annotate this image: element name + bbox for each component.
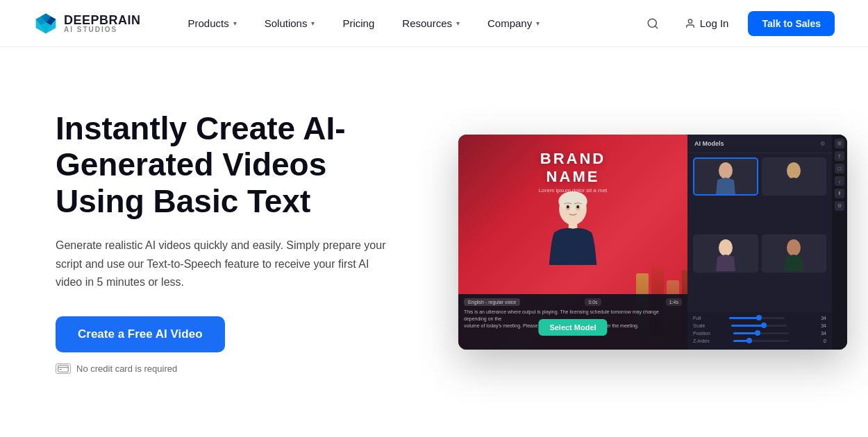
panel-settings-icon: ⚙ (820, 141, 825, 147)
properties-panel: Full 34 Scale 34 Position (687, 312, 832, 350)
talk-to-sales-button[interactable]: Talk to Sales (748, 11, 835, 36)
hero-subtext: Generate realistic AI videos quickly and… (56, 237, 389, 291)
cta-button[interactable]: Create a Free AI Video (56, 316, 225, 352)
toolbar-icon-2[interactable]: T (835, 151, 844, 161)
prop-slider-position[interactable] (733, 332, 789, 334)
toolbar-icon-6[interactable]: ⚙ (835, 201, 844, 211)
svg-point-21 (787, 239, 801, 256)
svg-point-12 (558, 191, 587, 212)
no-credit-card-notice: No credit card is required (56, 363, 417, 374)
video-area: BRAND NAME Lorem ipsum dolor sit a met (458, 135, 687, 350)
prop-row-zindex: Z-Index 0 (693, 339, 826, 343)
svg-rect-8 (58, 366, 69, 372)
select-model-button[interactable]: Select Model (538, 319, 607, 336)
model-card-1[interactable] (693, 157, 758, 196)
logo-sub: AI STUDIOS (64, 26, 141, 33)
nav-links: Products ▾ Solutions ▾ Pricing Resources… (174, 12, 640, 35)
search-icon[interactable] (640, 11, 665, 36)
nav-item-resources[interactable]: Resources ▾ (388, 12, 474, 35)
svg-point-20 (719, 239, 733, 256)
panel-header: AI Models ⚙ (687, 135, 832, 153)
model-face-3 (693, 234, 758, 273)
prop-slider-full[interactable] (729, 317, 785, 319)
nav-right: Log In Talk to Sales (640, 11, 835, 36)
credit-card-icon (56, 363, 71, 374)
model-face-4 (762, 234, 827, 273)
prop-slider-fill-position (733, 332, 758, 334)
product-screenshot: BRAND NAME Lorem ipsum dolor sit a met (458, 135, 847, 350)
prop-slider-fill-scale (731, 325, 765, 327)
hero-section: Instantly Create AI-Generated Videos Usi… (0, 47, 868, 437)
prop-slider-fill-full (729, 317, 760, 319)
svg-point-7 (688, 19, 692, 23)
svg-line-6 (655, 26, 657, 28)
toolbar-icon-3[interactable]: ◻ (835, 164, 844, 173)
hero-heading: Instantly Create AI-Generated Videos Usi… (56, 110, 417, 221)
prop-slider-fill-zindex (733, 340, 750, 342)
nav-item-solutions[interactable]: Solutions ▾ (251, 12, 329, 35)
logo[interactable]: DEEPBRAIN AI STUDIOS (33, 11, 141, 36)
prop-value-scale: 34 (812, 323, 826, 328)
model-card-3[interactable] (693, 234, 758, 273)
prop-label-position: Position (693, 331, 710, 336)
prop-row-scale: Scale 34 (693, 323, 826, 328)
svg-point-19 (787, 162, 801, 179)
nav-item-company[interactable]: Company ▾ (474, 12, 553, 35)
time-badge-1: 0:0s (585, 298, 601, 306)
models-grid (687, 153, 832, 312)
model-face-1 (694, 159, 757, 194)
chevron-down-icon: ▾ (233, 19, 237, 27)
language-badge: English - regular voice (464, 298, 520, 306)
prop-label-zindex: Z-Index (693, 339, 710, 343)
prop-label-scale: Scale (693, 323, 706, 328)
toolbar-icon-5[interactable]: ⬆ (835, 189, 844, 198)
chevron-down-icon: ▾ (311, 19, 315, 27)
nav-item-pricing[interactable]: Pricing (328, 12, 388, 35)
chevron-down-icon: ▾ (456, 19, 460, 27)
prop-row-full: Full 34 (693, 316, 826, 320)
model-card-4[interactable] (762, 234, 827, 273)
user-icon (685, 18, 696, 29)
svg-point-17 (576, 205, 579, 209)
prop-value-position: 34 (812, 331, 826, 336)
svg-point-16 (567, 205, 569, 209)
model-face-2 (762, 157, 827, 196)
navbar: DEEPBRAIN AI STUDIOS Products ▾ Solution… (0, 0, 868, 47)
toolbar-icons: ⊞ T ◻ ♪ ⬆ ⚙ (832, 135, 847, 350)
time-badge-2: 1:4s (666, 298, 682, 306)
nav-item-products[interactable]: Products ▾ (174, 12, 251, 35)
prop-value-zindex: 0 (812, 339, 826, 343)
prop-slider-scale[interactable] (731, 325, 787, 327)
model-card-2[interactable] (762, 157, 827, 196)
brand-name-overlay: BRAND NAME Lorem ipsum dolor sit a met (516, 150, 631, 194)
logo-icon (33, 11, 58, 36)
toolbar-icon-1[interactable]: ⊞ (835, 139, 844, 148)
prop-value-full: 34 (812, 316, 826, 320)
hero-right: BRAND NAME Lorem ipsum dolor sit a met (458, 135, 847, 350)
toolbar-icon-4[interactable]: ♪ (835, 176, 844, 186)
svg-point-18 (719, 162, 733, 179)
prop-slider-zindex[interactable] (733, 340, 789, 342)
hero-left: Instantly Create AI-Generated Videos Usi… (56, 110, 417, 375)
logo-brand: DEEPBRAIN (64, 14, 141, 26)
right-panel: AI Models ⚙ (687, 135, 832, 350)
prop-row-position: Position 34 (693, 331, 826, 336)
chevron-down-icon: ▾ (536, 19, 540, 27)
prop-label-full: Full (693, 316, 701, 320)
login-button[interactable]: Log In (674, 12, 740, 35)
